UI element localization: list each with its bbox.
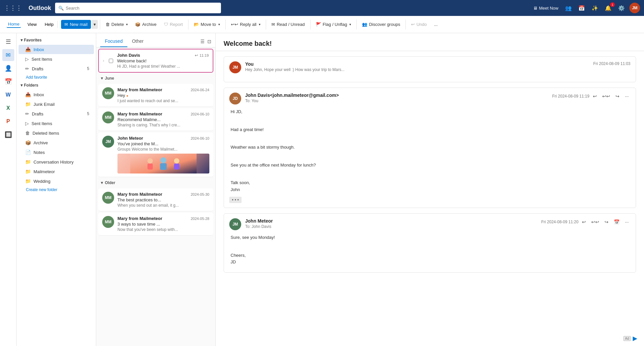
sidebar-item-wedding[interactable]: 📁 Wedding [19, 176, 94, 186]
tab-filter-icon[interactable]: ☰ [200, 39, 205, 44]
reply-all-button-3[interactable]: ↩↩ [590, 218, 601, 226]
more-icon: ... [434, 22, 438, 27]
read-unread-icon: ✉ [271, 22, 275, 27]
mailmeteor-icon: 📁 [25, 169, 31, 174]
replied-icon: ↩ [195, 53, 198, 58]
sidebar-item-drafts[interactable]: ✏ Drafts 5 [19, 109, 94, 118]
email-item-june-2[interactable]: MM Mary from Mailmeteor 2024-06-10 Recom… [98, 108, 213, 131]
discover-groups-button[interactable]: 👥 Discover groups [359, 20, 403, 29]
more-button[interactable]: ... [431, 20, 441, 29]
email-header-older-1: Mary from Mailmeteor 2024-05-30 [117, 192, 209, 197]
user-avatar[interactable]: JM [629, 3, 640, 13]
search-input[interactable] [66, 6, 218, 11]
add-favorite-link[interactable]: Add favorite [17, 74, 96, 81]
ribbon: Home View Help ✉ New mail ▾ 🗑 Delete ▾ 📦… [0, 16, 644, 33]
delete-button[interactable]: 🗑 Delete ▾ [102, 20, 131, 29]
more-button-3[interactable]: ··· [623, 218, 630, 226]
nav-home[interactable]: Home [7, 21, 21, 28]
tab-view-icon[interactable]: ⊡ [207, 39, 211, 44]
reply-button-3[interactable]: ↩ [580, 218, 588, 226]
more-button-2[interactable]: ··· [623, 93, 630, 100]
rail-excel[interactable]: X [2, 102, 14, 114]
expand-icon[interactable]: › [103, 58, 104, 63]
archive-button[interactable]: 📦 Archive [132, 20, 160, 29]
forward-button-3[interactable]: ↪ [603, 218, 610, 226]
reply-all-button-2[interactable]: ↩↩ [601, 93, 612, 100]
archive-icon: 📦 [135, 22, 140, 27]
email-subject-june-1: Hey ● [117, 93, 209, 98]
drafts-icon: ✏ [25, 66, 29, 71]
nav-help[interactable]: Help [43, 21, 55, 28]
sidebar-item-conversation[interactable]: 📁 Conversation History [19, 157, 94, 167]
sidebar-item-sent-fav[interactable]: ▷ Sent Items [19, 54, 94, 64]
sent-icon: ▷ [25, 56, 29, 62]
avatar-you: JM [229, 61, 241, 73]
email-item-june-1[interactable]: MM Mary from Mailmeteor 2024-06-24 Hey ●… [98, 84, 213, 107]
svg-point-1 [148, 158, 153, 164]
email-checkbox[interactable] [109, 59, 113, 63]
rail-word[interactable]: W [2, 89, 14, 101]
junk-icon: 📁 [25, 102, 31, 107]
email-item-selected[interactable]: › John Davis ↩ 11:19 Welcome back! Hi JD… [98, 49, 213, 73]
copilot-icon-button[interactable]: ✨ [590, 4, 600, 13]
email-date-june-1: 2024-06-24 [191, 88, 209, 92]
waffle-icon[interactable]: ⋮⋮⋮ [4, 4, 22, 12]
email-item-older-1[interactable]: MM Mary from Mailmeteor 2024-05-30 The b… [98, 188, 213, 211]
forward-button-2[interactable]: ↪ [614, 93, 621, 100]
app-logo: Outlook [29, 5, 51, 12]
rail-groups[interactable]: 🔲 [2, 129, 14, 141]
email-item-older-2[interactable]: MM Mary from Mailmeteor 2024-05-28 3 way… [98, 213, 213, 236]
meet-now-button[interactable]: 🖥 Meet Now [531, 4, 560, 12]
message-block-2: JD John Davis<john.mailmeteor@gmail.com>… [224, 88, 636, 208]
sidebar-item-inbox-fav[interactable]: 📥 Inbox [19, 45, 94, 54]
sidebar-item-archive[interactable]: 📦 Archive [19, 138, 94, 147]
undo-button[interactable]: ↩ Undo [408, 20, 430, 29]
chevron-down-icon: ▾ [94, 22, 96, 27]
section-older-collapse-icon: ▾ [101, 180, 103, 185]
sidebar-item-inbox[interactable]: 📥 Inbox [19, 90, 94, 99]
rail-hamburger[interactable]: ☰ [2, 36, 14, 48]
new-mail-dropdown[interactable]: ▾ [92, 20, 98, 29]
flag-unflag-button[interactable]: 🚩 Flag / Unflag ▾ [313, 20, 355, 29]
sidebar-item-deleted[interactable]: 🗑 Deleted Items [19, 128, 94, 138]
move-to-button[interactable]: 📂 Move to ▾ [190, 20, 223, 29]
sidebar-item-notes[interactable]: 📄 Notes [19, 148, 94, 157]
new-mail-button[interactable]: ✉ New mail [61, 20, 91, 29]
settings-button[interactable]: ⚙️ [616, 4, 627, 13]
teams-icon-button[interactable]: 👥 [563, 4, 574, 13]
section-older[interactable]: ▾ Older [96, 178, 215, 187]
email-from-selected: John Davis [117, 53, 140, 58]
rail-contacts[interactable]: 👤 [2, 62, 14, 74]
expand-message-button-2[interactable]: • • • [229, 197, 242, 203]
email-date-older-1: 2024-05-30 [191, 192, 209, 196]
reply-all-button[interactable]: ↩↩ Reply all ▾ [228, 20, 264, 29]
tab-other[interactable]: Other [127, 36, 148, 47]
rail-powerpoint[interactable]: P [2, 115, 14, 127]
sidebar-item-mailmeteor[interactable]: 📁 Mailmeteor [19, 167, 94, 176]
avatar-mm-4: MM [102, 216, 114, 228]
message-meta-3: John Meteor To: John Davis [245, 218, 537, 229]
tab-focused[interactable]: Focused [100, 36, 127, 47]
rail-calendar[interactable]: 📅 [2, 76, 14, 88]
avatar-mm-2: MM [102, 111, 114, 123]
email-preview-june-2: Sharing is caring. That's why I cre... [117, 123, 209, 127]
favorites-header[interactable]: ▾ Favorites [17, 36, 96, 44]
sidebar-item-junk[interactable]: 📁 Junk Email [19, 100, 94, 109]
sidebar-item-drafts-fav[interactable]: ✏ Drafts 5 [19, 64, 94, 73]
calendar-icon-button[interactable]: 📅 [576, 4, 587, 13]
read-unread-button[interactable]: ✉ Read / Unread [268, 20, 308, 29]
delete-dropdown-icon: ▾ [126, 23, 128, 26]
copilot-ad-icon[interactable]: ▶ [633, 335, 637, 342]
nav-view[interactable]: View [26, 21, 38, 28]
calendar-add-button-3[interactable]: 📅 [612, 218, 621, 226]
reply-button-2[interactable]: ↩ [591, 93, 599, 100]
email-content-june-2: Mary from Mailmeteor 2024-06-10 Recommen… [117, 111, 209, 127]
section-june[interactable]: ▾ June [96, 74, 215, 83]
email-item-june-3[interactable]: JM John Meteor 2024-06-10 You've joined … [98, 132, 213, 177]
sidebar-item-sent[interactable]: ▷ Sent Items [19, 119, 94, 128]
report-button[interactable]: 🛡 Report [161, 20, 186, 29]
rail-mail[interactable]: ✉ [2, 49, 14, 61]
email-header-older-2: Mary from Mailmeteor 2024-05-28 [117, 216, 209, 221]
folders-header[interactable]: ▾ Folders [17, 81, 96, 90]
create-folder-link[interactable]: Create new folder [17, 186, 96, 193]
